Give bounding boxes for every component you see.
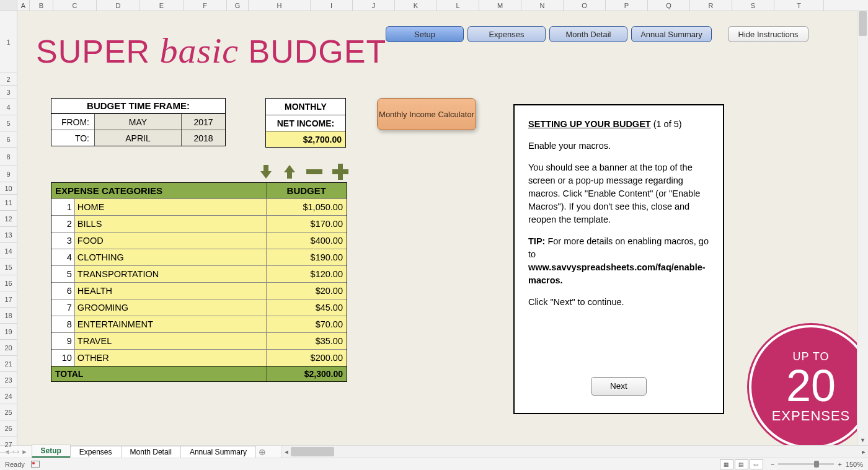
from-year-cell[interactable]: 2017 [182,113,225,130]
move-down-icon[interactable] [258,164,274,180]
column-header[interactable]: J [353,0,395,11]
column-header[interactable]: K [395,0,437,11]
sheet-last-icon[interactable]: ► [22,448,28,455]
add-sheet-button[interactable]: ⊕ [255,446,269,458]
sheet-tab[interactable]: Annual Summary [180,446,256,458]
row-header[interactable]: 24 [0,388,17,404]
row-header[interactable]: 26 [0,420,17,437]
next-button[interactable]: Next [591,377,647,396]
row-header[interactable]: 12 [0,211,17,227]
vertical-scrollbar[interactable]: ▲ ▼ [857,0,868,445]
nav-month-detail-button[interactable]: Month Detail [549,26,627,42]
zoom-out-icon[interactable]: − [771,461,774,468]
expense-budget-cell[interactable]: $70.00 [267,316,347,332]
add-row-icon[interactable] [331,162,350,181]
from-month-cell[interactable]: MAY [95,113,182,130]
remove-row-icon[interactable] [305,164,324,180]
to-month-cell[interactable]: APRIL [95,130,182,146]
row-header[interactable]: 1 [0,11,17,73]
zoom-in-icon[interactable]: + [838,461,841,468]
column-header[interactable]: S [732,0,774,11]
column-header[interactable]: R [690,0,732,11]
nav-setup-button[interactable]: Setup [386,26,464,42]
hide-instructions-button[interactable]: Hide Instructions [728,26,808,42]
expense-name-cell[interactable]: ENTERTAINMENT [75,316,267,332]
expense-name-cell[interactable]: OTHER [75,350,267,366]
nav-expenses-button[interactable]: Expenses [467,26,546,42]
expense-name-cell[interactable]: TRAVEL [75,333,267,349]
expense-name-cell[interactable]: HOME [75,199,267,215]
column-header[interactable]: B [30,0,53,11]
row-header[interactable]: 27 [0,437,17,453]
row-header[interactable]: 25 [0,404,17,420]
row-header[interactable]: 18 [0,308,17,324]
column-header[interactable]: F [184,0,227,11]
row-header[interactable]: 11 [0,195,17,211]
expense-name-cell[interactable]: HEALTH [75,283,267,299]
sheet-tab[interactable]: Setup [32,445,71,458]
row-header[interactable]: 20 [0,340,17,356]
expense-budget-cell[interactable]: $20.00 [267,283,347,299]
sheet-tab[interactable]: Month Detail [121,446,181,458]
expense-budget-cell[interactable]: $120.00 [267,266,347,282]
row-header[interactable]: 13 [0,227,17,243]
nav-annual-summary-button[interactable]: Annual Summary [631,26,712,42]
column-header[interactable]: I [311,0,353,11]
row-header[interactable]: 17 [0,291,17,308]
row-header[interactable]: 4 [0,99,17,115]
row-header[interactable]: 3 [0,86,17,99]
horizontal-scrollbar[interactable]: ◄ ► [281,446,868,458]
select-all-corner[interactable] [0,0,17,11]
expense-budget-cell[interactable]: $45.00 [267,299,347,316]
expense-name-cell[interactable]: TRANSPORTATION [75,266,267,282]
monthly-income-calculator-button[interactable]: Monthly Income Calculator [377,98,476,130]
column-header[interactable]: H [249,0,311,11]
normal-view-icon[interactable]: ▦ [720,459,733,469]
column-header[interactable]: E [140,0,184,11]
move-up-icon[interactable] [281,164,298,180]
sheet-next-icon[interactable]: › [17,448,19,455]
expense-budget-cell[interactable]: $1,050.00 [267,199,347,215]
expense-budget-cell[interactable]: $35.00 [267,333,347,349]
sheet-tab[interactable]: Expenses [70,446,122,458]
macro-record-icon[interactable] [31,461,40,468]
row-header[interactable]: 16 [0,275,17,291]
expense-name-cell[interactable]: CLOTHING [75,249,267,265]
column-header[interactable]: L [437,0,479,11]
expense-budget-cell[interactable]: $170.00 [267,216,347,232]
column-header[interactable]: A [17,0,30,11]
net-income-value[interactable]: $2,700.00 [266,131,345,147]
row-header[interactable]: 5 [0,115,17,131]
page-break-icon[interactable]: ▭ [750,459,763,469]
scroll-right-icon[interactable]: ► [859,446,868,458]
column-header[interactable]: C [53,0,97,11]
column-header[interactable]: Q [648,0,690,11]
page-layout-icon[interactable]: ▤ [735,459,748,469]
zoom-slider-thumb[interactable] [814,461,819,468]
hscroll-thumb[interactable] [291,447,334,456]
row-header[interactable]: 19 [0,324,17,340]
column-header[interactable]: P [606,0,648,11]
zoom-value[interactable]: 150% [846,461,863,468]
column-header[interactable]: G [227,0,249,11]
expense-budget-cell[interactable]: $200.00 [267,350,347,366]
row-header[interactable]: 2 [0,73,17,86]
column-header[interactable]: O [564,0,606,11]
expense-name-cell[interactable]: GROOMING [75,299,267,316]
row-header[interactable]: 15 [0,259,17,275]
row-header[interactable]: 9 [0,166,17,182]
column-header[interactable]: N [521,0,564,11]
scroll-left-icon[interactable]: ◄ [282,446,291,458]
to-year-cell[interactable]: 2018 [182,130,225,146]
row-header[interactable]: 8 [0,148,17,166]
expense-budget-cell[interactable]: $190.00 [267,249,347,265]
column-header[interactable]: M [479,0,521,11]
scroll-down-icon[interactable]: ▼ [857,435,868,445]
expense-name-cell[interactable]: FOOD [75,233,267,249]
column-header[interactable]: T [774,0,824,11]
zoom-slider[interactable] [778,463,834,465]
row-header[interactable]: 14 [0,243,17,259]
row-header[interactable]: 10 [0,182,17,195]
expense-name-cell[interactable]: BILLS [75,216,267,232]
row-header[interactable]: 21 [0,356,17,372]
